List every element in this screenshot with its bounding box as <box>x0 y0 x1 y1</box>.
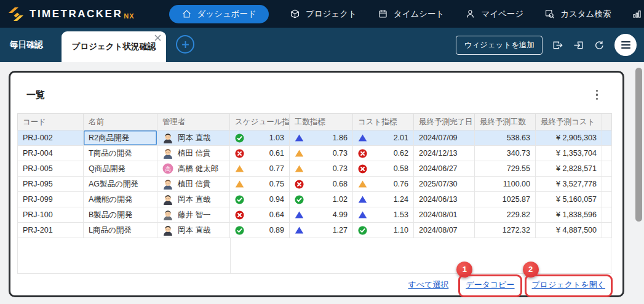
cell-cost-indicator[interactable]: 1.53 <box>353 207 414 223</box>
cell-project-name[interactable]: Q商品開発 <box>84 161 157 177</box>
cell-project-code[interactable]: PRJ-099 <box>18 192 84 207</box>
column-header[interactable]: 名前 <box>84 114 157 130</box>
cell-forecast-hours[interactable]: 1272.32 <box>475 223 536 238</box>
column-header[interactable] <box>602 114 612 130</box>
column-header[interactable]: コスト指標 <box>353 114 414 130</box>
nav-item-timesheet[interactable]: タイムシート <box>378 9 445 20</box>
cell-project-code[interactable]: PRJ-100 <box>18 207 84 223</box>
add-widget-button[interactable]: ウィジェットを追加 <box>456 36 543 55</box>
tab-daily-check[interactable]: 毎日確認 <box>1 39 52 50</box>
cell-forecast-hours[interactable]: 538.63 <box>475 130 536 146</box>
cell-project-code[interactable]: PRJ-201 <box>18 223 84 238</box>
column-header[interactable]: 最終予測完了日 <box>414 114 475 130</box>
import-icon[interactable] <box>573 39 584 51</box>
cell-forecast-hours[interactable]: 229.82 <box>475 207 536 223</box>
cell-project-code[interactable]: PRJ-095 <box>18 177 84 192</box>
nav-item-dashboard[interactable]: ダッシュボード <box>169 5 269 23</box>
cell-effort-indicator[interactable]: 4.99 <box>290 207 353 223</box>
cell-forecast-cost[interactable]: ¥ 2,905,303 <box>536 130 602 146</box>
cell-manager[interactable]: 植田 信貴 <box>157 146 230 161</box>
column-header[interactable]: 最終予測工数 <box>475 114 536 130</box>
cell-forecast-cost[interactable]: ¥ 3,527,778 <box>536 177 602 192</box>
cell-manager[interactable]: 岡本 直哉 <box>157 130 230 146</box>
column-header[interactable]: 工数指標 <box>290 114 353 130</box>
table-row[interactable]: PRJ-099 A機能の開発 岡本 直哉 0.94 1.02 1.24 2024… <box>18 192 612 207</box>
nav-item-analytics[interactable]: 分析 <box>632 9 644 20</box>
cell-manager[interactable]: 岡本 直哉 <box>157 192 230 207</box>
cell-schedule-indicator[interactable]: 1.03 <box>230 130 290 146</box>
cell-forecast-cost[interactable]: ¥ 2,828,571 <box>536 161 602 177</box>
cell-schedule-indicator[interactable]: 0.94 <box>230 192 290 207</box>
cell-effort-indicator[interactable]: 0.73 <box>290 161 353 177</box>
column-header[interactable]: 管理者 <box>157 114 230 130</box>
cell-forecast-hours[interactable]: 729.55 <box>475 161 536 177</box>
cell-manager[interactable]: 高高橋 健太郎 <box>157 161 230 177</box>
cell-manager[interactable]: 岡本 直哉 <box>157 223 230 238</box>
cell-manager[interactable]: 植田 信貴 <box>157 177 230 192</box>
table-row[interactable]: PRJ-100 B製品の開発 藤井 智一 0.64 4.99 1.53 2024… <box>18 207 612 223</box>
cell-cost-indicator[interactable]: 1.10 <box>353 223 414 238</box>
column-header[interactable]: スケジュール指標 <box>230 114 290 130</box>
nav-item-mypage[interactable]: マイページ <box>465 9 523 20</box>
cell-forecast-finish-date[interactable]: 2024/07/09 <box>414 130 475 146</box>
cell-schedule-indicator[interactable]: 0.89 <box>230 223 290 238</box>
cell-cost-indicator[interactable]: 0.58 <box>353 161 414 177</box>
close-tab-icon[interactable] <box>154 34 161 41</box>
cell-forecast-finish-date[interactable]: 2024/06/13 <box>414 192 475 207</box>
vertical-scrollbar-thumb[interactable] <box>635 68 642 222</box>
table-row[interactable]: PRJ-005 Q商品開発 高高橋 健太郎 0.77 0.73 0.58 202… <box>18 161 612 177</box>
cell-project-code[interactable]: PRJ-002 <box>18 130 84 146</box>
cell-schedule-indicator[interactable]: 0.75 <box>230 177 290 192</box>
select-all-link[interactable]: すべて選択 <box>408 279 448 290</box>
cell-project-name[interactable]: B製品の開発 <box>84 207 157 223</box>
cell-effort-indicator[interactable]: 1.27 <box>290 223 353 238</box>
nav-item-project[interactable]: プロジェクト <box>290 9 357 20</box>
cell-forecast-hours[interactable]: 340.73 <box>475 146 536 161</box>
cell-forecast-finish-date[interactable]: 2024/06/27 <box>414 161 475 177</box>
add-tab-button[interactable] <box>176 35 194 54</box>
cell-project-name[interactable]: T商品の開発 <box>84 146 157 161</box>
cell-effort-indicator[interactable]: 0.68 <box>290 177 353 192</box>
cell-forecast-finish-date[interactable]: 2024/08/01 <box>414 207 475 223</box>
table-row[interactable]: PRJ-201 L商品の開発 岡本 直哉 0.89 1.27 1.10 2024… <box>18 223 612 238</box>
cell-project-code[interactable]: PRJ-004 <box>18 146 84 161</box>
cell-project-name[interactable]: AG製品の開発 <box>84 177 157 192</box>
cell-schedule-indicator[interactable]: 0.61 <box>230 146 290 161</box>
cell-forecast-cost[interactable]: ¥ 1,353,704 <box>536 146 602 161</box>
user-menu-button[interactable] <box>614 34 637 56</box>
cell-forecast-finish-date[interactable]: 2025/07/30 <box>414 177 475 192</box>
cell-forecast-finish-date[interactable]: 2024/08/07 <box>414 223 475 238</box>
cell-project-name[interactable]: R2商品開発 <box>84 130 157 146</box>
cell-schedule-indicator[interactable]: 0.77 <box>230 161 290 177</box>
table-row[interactable]: PRJ-095 AG製品の開発 植田 信貴 0.75 0.68 0.76 202… <box>18 177 612 192</box>
cell-forecast-hours[interactable]: 1025.87 <box>475 192 536 207</box>
cell-manager[interactable]: 藤井 智一 <box>157 207 230 223</box>
cell-forecast-hours[interactable]: 1100.00 <box>475 177 536 192</box>
data-copy-link[interactable]: データコピー <box>466 279 514 290</box>
tab-project-status[interactable]: プロジェクト状況確認 <box>62 31 166 62</box>
cell-cost-indicator[interactable]: 1.24 <box>353 192 414 207</box>
cell-schedule-indicator[interactable]: 0.64 <box>230 207 290 223</box>
table-row[interactable]: PRJ-004 T商品の開発 植田 信貴 0.61 0.73 0.62 2024… <box>18 146 612 161</box>
export-icon[interactable] <box>552 39 563 51</box>
cell-effort-indicator[interactable]: 0.73 <box>290 146 353 161</box>
open-project-link[interactable]: プロジェクトを開く <box>532 279 605 290</box>
cell-cost-indicator[interactable]: 0.62 <box>353 146 414 161</box>
column-header[interactable]: 最終予測コスト <box>536 114 602 130</box>
cell-project-name[interactable]: A機能の開発 <box>84 192 157 207</box>
cell-cost-indicator[interactable]: 2.01 <box>353 130 414 146</box>
kebab-menu-icon[interactable] <box>594 87 601 103</box>
table-row[interactable]: PRJ-002 R2商品開発 岡本 直哉 1.03 1.86 2.01 2024… <box>18 130 612 146</box>
cell-project-name[interactable]: L商品の開発 <box>84 223 157 238</box>
cell-forecast-cost[interactable]: ¥ 4,887,500 <box>536 223 602 238</box>
refresh-icon[interactable] <box>594 39 605 51</box>
cell-forecast-cost[interactable]: ¥ 1,838,596 <box>536 207 602 223</box>
column-header[interactable]: コード <box>18 114 84 130</box>
cell-project-code[interactable]: PRJ-005 <box>18 161 84 177</box>
cell-effort-indicator[interactable]: 1.02 <box>290 192 353 207</box>
nav-item-custom-search[interactable]: カスタム検索 <box>544 9 611 20</box>
cell-cost-indicator[interactable]: 0.76 <box>353 177 414 192</box>
app-logo[interactable]: TIMETRACKERNX <box>7 6 135 22</box>
cell-forecast-finish-date[interactable]: 2024/12/13 <box>414 146 475 161</box>
cell-effort-indicator[interactable]: 1.86 <box>290 130 353 146</box>
